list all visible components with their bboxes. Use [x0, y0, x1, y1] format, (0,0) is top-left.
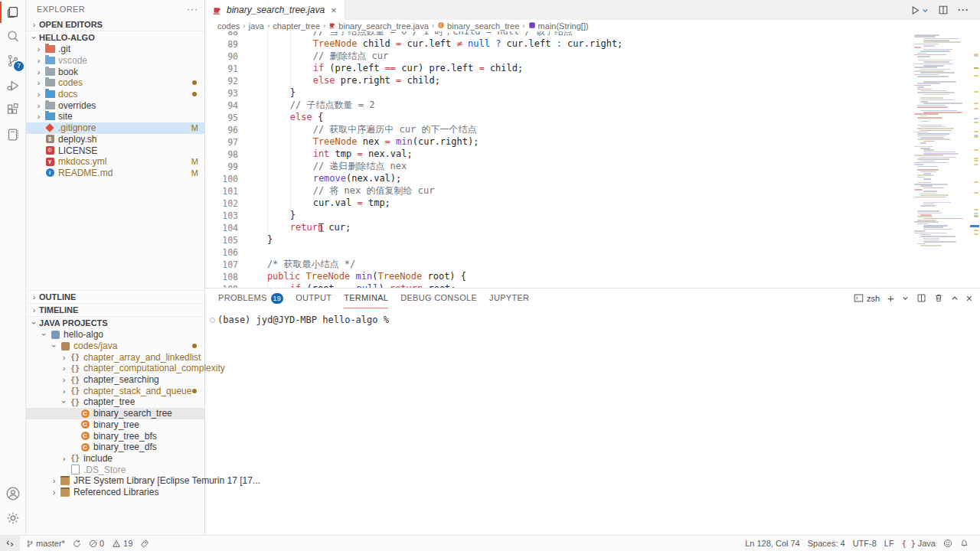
- new-terminal-icon[interactable]: +: [887, 292, 894, 305]
- status-error[interactable]: 0: [85, 536, 108, 551]
- run-button[interactable]: [910, 5, 929, 15]
- maximize-panel-icon[interactable]: [951, 295, 959, 302]
- breadcrumb-item[interactable]: main(String[]): [528, 21, 589, 31]
- list-item[interactable]: iREADME.mdM: [26, 168, 204, 179]
- list-item[interactable]: ›codes/java: [26, 341, 204, 352]
- status-utf-8[interactable]: UTF-8: [849, 539, 880, 548]
- status-remote[interactable]: [0, 536, 20, 551]
- section-outline[interactable]: ›OUTLINE: [26, 290, 204, 303]
- terminal-view[interactable]: (base) jyd@JYD-MBP hello-algo %: [205, 308, 980, 535]
- section-timeline[interactable]: ›TIMELINE: [26, 303, 204, 316]
- chevron-right-icon[interactable]: ›: [59, 353, 69, 362]
- list-item[interactable]: Ymkdocs.ymlM: [26, 156, 204, 168]
- status-rocket[interactable]: [136, 536, 153, 551]
- list-item[interactable]: Cbinary_tree_dfs: [26, 442, 204, 453]
- panel-tab-terminal[interactable]: TERMINAL: [344, 289, 388, 308]
- modified-dot: [192, 344, 197, 348]
- status-bell[interactable]: [956, 539, 972, 548]
- split-editor-icon[interactable]: [938, 5, 949, 15]
- list-item[interactable]: ›codes: [26, 77, 204, 89]
- list-item[interactable]: Cbinary_search_tree: [26, 408, 204, 419]
- list-item[interactable]: ›{}chapter_stack_and_queue: [26, 385, 204, 396]
- status-branch[interactable]: master*: [22, 536, 69, 551]
- chevron-right-icon[interactable]: ›: [34, 56, 44, 65]
- list-item[interactable]: ›vscode: [26, 55, 204, 67]
- list-item[interactable]: ›docs: [26, 89, 204, 100]
- chevron-right-icon[interactable]: ›: [59, 454, 69, 463]
- list-item[interactable]: .gitignoreM: [26, 122, 204, 134]
- chevron-right-icon[interactable]: ›: [59, 375, 69, 384]
- chevron-down-icon[interactable]: ›: [60, 397, 69, 407]
- open-editors-section[interactable]: › OPEN EDITORS: [26, 18, 204, 31]
- account-icon[interactable]: [0, 481, 25, 506]
- more-actions-icon[interactable]: ···: [958, 5, 969, 15]
- list-item[interactable]: ›{}chapter_computational_complexity: [26, 363, 204, 374]
- run-debug-icon[interactable]: [0, 73, 25, 98]
- settings-gear-icon[interactable]: [0, 506, 25, 530]
- list-item[interactable]: ›.git: [26, 44, 204, 55]
- tab-close-icon[interactable]: ×: [331, 5, 337, 16]
- explorer-icon[interactable]: [0, 0, 25, 24]
- code-text: }: [244, 86, 296, 99]
- chevron-right-icon[interactable]: ›: [34, 90, 44, 99]
- breadcrumb-item[interactable]: Cbinary_search_tree: [437, 21, 519, 31]
- chevron-right-icon[interactable]: ›: [49, 487, 59, 497]
- list-item[interactable]: ›overrides: [26, 99, 204, 111]
- breadcrumb-item[interactable]: codes: [217, 21, 240, 31]
- split-terminal-icon[interactable]: [916, 293, 926, 303]
- list-item[interactable]: ›JRE System Library [Eclipse Temurin 17 …: [26, 475, 204, 487]
- status-spaces[interactable]: Spaces: 4: [804, 539, 849, 548]
- breadcrumb-item[interactable]: chapter_tree: [273, 21, 320, 31]
- chevron-right-icon[interactable]: ›: [34, 78, 44, 87]
- terminal-shell-item[interactable]: zsh: [854, 293, 880, 303]
- workspace-root-section[interactable]: › HELLO-ALGO: [26, 31, 204, 44]
- chevron-right-icon[interactable]: ›: [34, 112, 44, 121]
- list-item[interactable]: $deploy.sh: [26, 134, 204, 145]
- list-item[interactable]: ©LICENSE: [26, 145, 204, 156]
- chevron-right-icon[interactable]: ›: [34, 44, 44, 54]
- minimap-line: [917, 223, 928, 225]
- list-item[interactable]: ›{}include: [26, 453, 204, 465]
- list-item[interactable]: ›{}chapter_searching: [26, 374, 204, 386]
- status-warning[interactable]: 19: [108, 536, 136, 551]
- panel-tab-jupyter[interactable]: JUPYTER: [489, 289, 529, 308]
- terminal-dropdown-icon[interactable]: [902, 295, 909, 302]
- notebook-icon[interactable]: [0, 122, 25, 147]
- list-item[interactable]: ›{}chapter_array_and_linkedlist: [26, 351, 204, 363]
- status-ln[interactable]: Ln 128, Col 74: [741, 539, 804, 548]
- sidebar-more-actions[interactable]: ···: [187, 4, 198, 15]
- list-item[interactable]: .DS_Store: [26, 464, 204, 475]
- chevron-right-icon[interactable]: ›: [34, 101, 44, 110]
- source-control-icon[interactable]: 7: [0, 49, 25, 73]
- chevron-right-icon[interactable]: ›: [59, 386, 69, 396]
- extensions-icon[interactable]: [0, 98, 25, 122]
- breadcrumb-item[interactable]: binary_search_tree.java: [328, 21, 428, 31]
- section-java-projects[interactable]: ›JAVA PROJECTS: [26, 316, 204, 329]
- chevron-right-icon[interactable]: ›: [34, 67, 44, 77]
- search-icon[interactable]: [0, 24, 25, 49]
- list-item[interactable]: ›site: [26, 111, 204, 122]
- chevron-right-icon[interactable]: ›: [59, 364, 69, 373]
- list-item[interactable]: ›{}chapter_tree: [26, 396, 204, 408]
- status-lf[interactable]: LF: [880, 539, 898, 548]
- chevron-right-icon[interactable]: ›: [49, 476, 59, 485]
- breadcrumb-item[interactable]: java: [249, 21, 264, 31]
- status-java[interactable]: { }Java: [898, 539, 939, 548]
- tab-binary-search-tree[interactable]: binary_search_tree.java ×: [205, 0, 345, 20]
- panel-tab-output[interactable]: OUTPUT: [296, 289, 332, 308]
- list-item[interactable]: ›hello-algo: [26, 329, 204, 341]
- status-smiley[interactable]: [939, 539, 956, 548]
- chevron-down-icon[interactable]: ›: [40, 330, 49, 340]
- kill-terminal-icon[interactable]: [934, 293, 943, 303]
- panel-tab-debug-console[interactable]: DEBUG CONSOLE: [400, 289, 477, 308]
- status-sync[interactable]: [69, 536, 85, 551]
- panel-tab-problems[interactable]: PROBLEMS19: [218, 289, 283, 308]
- chevron-down-icon[interactable]: ›: [50, 341, 59, 351]
- list-item[interactable]: ›Referenced Libraries: [26, 487, 204, 498]
- list-item[interactable]: Cbinary_tree: [26, 419, 204, 431]
- close-panel-icon[interactable]: ×: [966, 292, 972, 305]
- code-editor[interactable]: 88// 当子结点数量 = 0 / 1 时，child = null / 该子结…: [205, 31, 980, 288]
- list-item[interactable]: Cbinary_tree_bfs: [26, 430, 204, 442]
- list-item[interactable]: ›book: [26, 66, 204, 77]
- minimap[interactable]: [914, 34, 968, 272]
